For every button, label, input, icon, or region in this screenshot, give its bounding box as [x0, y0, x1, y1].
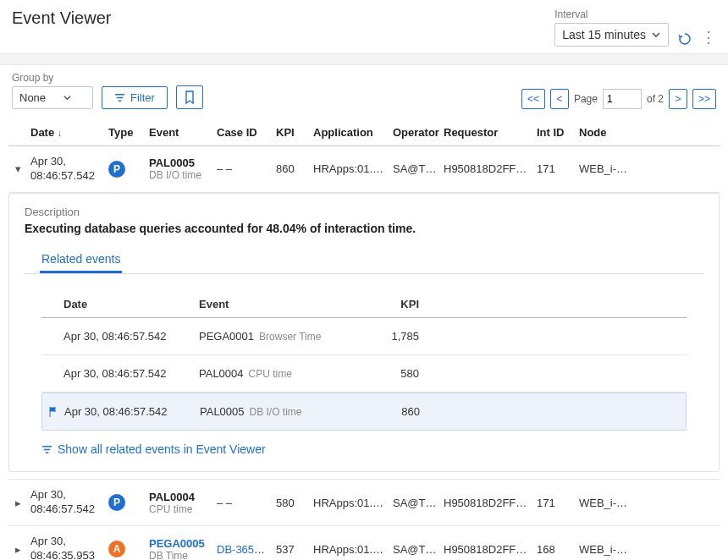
col-app[interactable]: Application [310, 126, 389, 139]
col-caseid[interactable]: Case ID [213, 126, 273, 139]
cell-date: Apr 30, 08:46:35.953 [27, 535, 105, 560]
cell-kpi: 580 [273, 497, 310, 509]
cell-op: SA@TGB [389, 543, 440, 556]
groupby-value: None [19, 91, 46, 104]
cell-event: PAL0005DB I/O time [146, 156, 213, 181]
grid-header: Date ↓ Type Event Case ID KPI Applicatio… [8, 119, 720, 146]
page-title: Event Viewer [12, 8, 111, 28]
cell-intid: 168 [533, 543, 576, 556]
event-grid-cont: ▸ Apr 30, 08:46:57.542 P PAL0004CPU time… [0, 479, 728, 560]
tab-related-events[interactable]: Related events [40, 247, 122, 273]
expand-toggle[interactable]: ▾ [8, 162, 27, 175]
cell-type: P [105, 494, 146, 511]
grid-row[interactable]: ▸ Apr 30, 08:46:35.953 A PEGA0005DB Time… [8, 526, 720, 560]
pager-page-input[interactable] [603, 89, 642, 109]
cell-app: HRApps:01.03.01 [310, 543, 389, 556]
pager-prev[interactable]: < [550, 89, 569, 109]
more-menu[interactable]: ⋮ [701, 28, 716, 47]
cell-req: H950818D2FF1... [440, 162, 533, 175]
pager-first[interactable]: << [521, 89, 545, 109]
pager-of-label: of 2 [647, 93, 664, 105]
cell-event: PEGA0005DB Time [146, 537, 213, 560]
show-all-related-link[interactable]: Show all related events in Event Viewer [41, 442, 703, 456]
rel-date: Apr 30, 08:46:57.542 [64, 405, 200, 418]
col-type[interactable]: Type [105, 126, 146, 139]
event-grid: Date ↓ Type Event Case ID KPI Applicatio… [0, 119, 728, 193]
cell-intid: 171 [533, 497, 576, 509]
col-date[interactable]: Date ↓ [27, 126, 105, 139]
col-event[interactable]: Event [146, 126, 213, 139]
flag-icon [47, 405, 64, 419]
rel-event: PAL0005DB I/O time [200, 405, 352, 418]
pager: << < Page of 2 > >> [521, 89, 716, 109]
detail-desc-label: Description [25, 206, 703, 218]
bookmark-icon [184, 91, 196, 104]
separator [0, 53, 728, 65]
caseid-link[interactable]: DB-365706 [217, 543, 273, 556]
cell-node: WEB_i-07509f... [576, 162, 635, 175]
rel-kpi: 860 [352, 405, 454, 418]
col-kpi[interactable]: KPI [273, 126, 310, 139]
sort-desc-icon: ↓ [58, 128, 63, 138]
rel-col-kpi: KPI [351, 298, 453, 310]
pager-page-label: Page [574, 93, 598, 105]
event-link[interactable]: PEGA0005 [149, 537, 205, 550]
rel-event: PAL0004CPU time [199, 367, 351, 380]
cell-req: H950818D2FF1... [440, 497, 533, 509]
col-req[interactable]: Requestor [440, 126, 533, 139]
grid-row[interactable]: ▾ Apr 30, 08:46:57.542 P PAL0005DB I/O t… [8, 146, 720, 193]
toolbar: Group by None Filter << < Page of 2 > >> [0, 65, 728, 119]
bookmark-button[interactable] [176, 85, 203, 109]
interval-value: Last 15 minutes [562, 28, 646, 41]
cell-op: SA@TGB [389, 497, 440, 509]
rel-kpi: 580 [351, 367, 453, 380]
chevron-down-icon [63, 93, 72, 102]
type-badge: A [108, 541, 125, 557]
type-badge: P [108, 161, 125, 178]
col-op[interactable]: Operator [389, 126, 440, 139]
refresh-icon [677, 31, 692, 47]
detail-panel: Description Executing database queries a… [8, 193, 720, 473]
refresh-button[interactable] [677, 31, 692, 47]
filter-icon [114, 92, 125, 103]
cell-type: P [105, 161, 146, 178]
related-events-table: Date Event KPI Apr 30, 08:46:57.542 PEGA… [41, 291, 687, 431]
cell-intid: 171 [533, 162, 576, 175]
detail-desc-text: Executing database queries accounted for… [25, 222, 703, 235]
related-header: Date Event KPI [41, 291, 687, 318]
rel-event: PEGA0001Browser Time [199, 330, 351, 343]
related-row[interactable]: Apr 30, 08:46:57.542 PEGA0001Browser Tim… [41, 318, 687, 355]
cell-node: WEB_i-07509f... [576, 497, 635, 509]
filter-button[interactable]: Filter [102, 86, 168, 109]
cell-kpi: 537 [273, 543, 310, 556]
cell-date: Apr 30, 08:46:57.542 [27, 155, 105, 184]
rel-col-event: Event [199, 298, 351, 310]
pager-last[interactable]: >> [692, 89, 716, 109]
cell-kpi: 860 [273, 162, 310, 175]
related-row[interactable]: Apr 30, 08:46:57.542 PAL0005DB I/O time … [41, 393, 687, 431]
type-badge: P [108, 494, 125, 511]
pager-next[interactable]: > [669, 89, 687, 109]
cell-op: SA@TGB [389, 162, 440, 175]
col-intid[interactable]: Int ID [533, 126, 576, 139]
cell-req: H950818D2FF1... [440, 543, 533, 556]
header-bar: Event Viewer Interval Last 15 minutes ⋮ [0, 0, 728, 53]
detail-tabs: Related events [25, 247, 703, 274]
rel-date: Apr 30, 08:46:57.542 [63, 367, 199, 380]
groupby-select[interactable]: None [12, 86, 93, 109]
interval-label: Interval [554, 8, 669, 20]
cell-app: HRApps:01.03.01 [310, 497, 389, 509]
filter-icon [41, 444, 52, 455]
cell-caseid: – – [213, 162, 273, 175]
interval-select[interactable]: Last 15 minutes [554, 23, 669, 47]
interval-area: Interval Last 15 minutes ⋮ [554, 8, 716, 47]
expand-toggle[interactable]: ▸ [8, 543, 27, 556]
cell-node: WEB_i-07509f... [576, 543, 635, 556]
groupby-label: Group by [12, 72, 93, 84]
related-row[interactable]: Apr 30, 08:46:57.542 PAL0004CPU time 580 [41, 355, 687, 393]
expand-toggle[interactable]: ▸ [8, 497, 27, 509]
grid-row[interactable]: ▸ Apr 30, 08:46:57.542 P PAL0004CPU time… [8, 479, 720, 526]
cell-date: Apr 30, 08:46:57.542 [27, 488, 105, 517]
col-node[interactable]: Node [576, 126, 635, 139]
cell-caseid: DB-365706 [213, 543, 273, 556]
